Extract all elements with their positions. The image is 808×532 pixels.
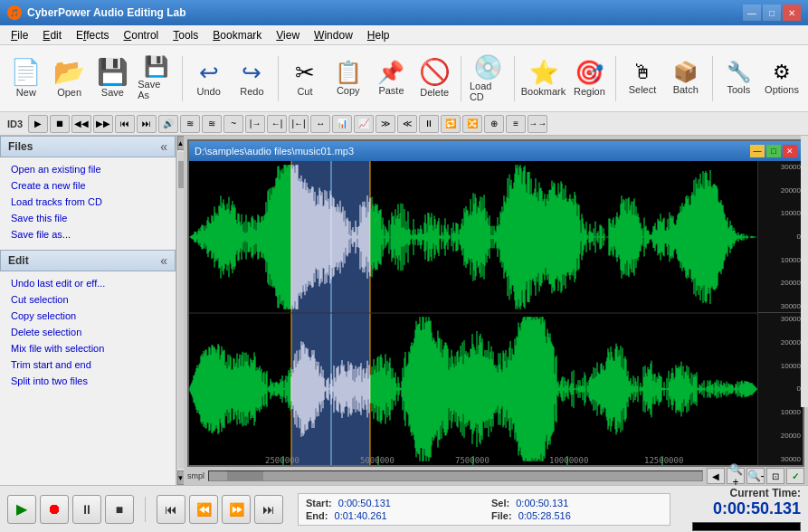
- menu-effects[interactable]: Effects: [69, 27, 116, 43]
- id3-btn-3[interactable]: ◀◀: [71, 115, 91, 133]
- cut-button[interactable]: ✂ Cut: [284, 48, 326, 109]
- redo-button[interactable]: ↪ Redo: [232, 48, 273, 109]
- id3-btn-7[interactable]: 🔊: [158, 115, 178, 133]
- cut-selection-item[interactable]: Cut selection: [0, 291, 176, 308]
- undo-item[interactable]: Undo last edit or eff...: [0, 275, 176, 291]
- batch-button[interactable]: 📦 Batch: [665, 48, 707, 109]
- edit-header[interactable]: Edit «: [0, 250, 176, 271]
- menu-file[interactable]: File: [4, 27, 35, 43]
- zoom-out-btn[interactable]: 🔍-: [746, 468, 765, 484]
- files-header[interactable]: Files «: [0, 136, 176, 157]
- copy-icon: 📋: [335, 62, 362, 83]
- prev-button[interactable]: ⏮: [157, 495, 185, 524]
- id3-btn-10[interactable]: ~: [223, 115, 243, 133]
- load-cd-button[interactable]: 💿 Load CD: [467, 48, 509, 109]
- id3-btn-14[interactable]: ↔: [310, 115, 330, 133]
- undo-button[interactable]: ↩ Undo: [188, 48, 230, 109]
- id3-btn-6[interactable]: ⏭: [137, 115, 157, 133]
- copy-button[interactable]: 📋 Copy: [328, 48, 369, 109]
- next-button[interactable]: ⏭: [254, 495, 283, 524]
- scroll-thumb[interactable]: [178, 161, 184, 188]
- id3-btn-8[interactable]: ≋: [180, 115, 200, 133]
- id3-btn-1[interactable]: ▶: [28, 115, 48, 133]
- pause-button[interactable]: ⏸: [72, 495, 101, 524]
- rwd-button[interactable]: ⏪: [189, 495, 218, 524]
- waveform-titlebar: D:\samples\audio files\music01.mp3 — □ ✕: [189, 141, 803, 161]
- maximize-button[interactable]: □: [763, 5, 781, 21]
- id3-btn-13[interactable]: |←|: [289, 115, 309, 133]
- zoom-fit-btn[interactable]: ⊡: [766, 468, 784, 484]
- id3-btn-11[interactable]: |→: [245, 115, 265, 133]
- region-label: Region: [574, 86, 605, 97]
- id3-btn-21[interactable]: 🔀: [462, 115, 482, 133]
- scrollbar-thumb[interactable]: [227, 471, 263, 480]
- save-file-item[interactable]: Save this file: [0, 210, 176, 226]
- zoom-in-btn[interactable]: 🔍+: [727, 468, 745, 484]
- menu-bookmark[interactable]: Bookmark: [205, 27, 269, 43]
- id3-btn-9[interactable]: ≋: [202, 115, 222, 133]
- options-button[interactable]: ⚙ Options: [761, 48, 803, 109]
- trim-item[interactable]: Trim start and end: [0, 356, 176, 373]
- id3-btn-16[interactable]: 📈: [354, 115, 374, 133]
- id3-btn-4[interactable]: ▶▶: [93, 115, 113, 133]
- id3-btn-20[interactable]: 🔁: [441, 115, 461, 133]
- waveform-minimize[interactable]: —: [750, 145, 765, 157]
- save-as-button[interactable]: 💾 Save As: [135, 48, 176, 109]
- options-label: Options: [765, 84, 799, 95]
- split-item[interactable]: Split into two files: [0, 373, 176, 389]
- region-button[interactable]: 🎯 Region: [569, 48, 611, 109]
- menu-view[interactable]: View: [269, 27, 307, 43]
- id3-btn-12[interactable]: ←|: [267, 115, 287, 133]
- stop-button[interactable]: ■: [105, 495, 134, 524]
- menu-edit[interactable]: Edit: [35, 27, 69, 43]
- edit-section: Edit « Undo last edit or eff... Cut sele…: [0, 250, 176, 393]
- open-existing-item[interactable]: Open an existing file: [0, 161, 176, 177]
- id3-label: ID3: [4, 119, 26, 129]
- delete-selection-item[interactable]: Delete selection: [0, 324, 176, 340]
- mix-file-item[interactable]: Mix file with selection: [0, 340, 176, 356]
- toolbar: 📄 New 📂 Open 💾 Save 💾 Save As ↩ Undo ↪ R…: [0, 45, 808, 112]
- id3-btn-15[interactable]: 📊: [332, 115, 352, 133]
- play-button[interactable]: ▶: [7, 495, 36, 524]
- delete-button[interactable]: 🚫 Delete: [414, 48, 455, 109]
- open-icon: 📂: [53, 60, 85, 85]
- id3-btn-18[interactable]: ≪: [397, 115, 417, 133]
- main-content: Files « Open an existing file Create a n…: [0, 136, 808, 485]
- waveform-maximize[interactable]: □: [766, 145, 781, 157]
- check-btn[interactable]: ✓: [786, 468, 804, 484]
- close-button[interactable]: ✕: [783, 5, 801, 21]
- current-time-value: 0:00:50.131: [713, 499, 801, 518]
- save-file-as-item[interactable]: Save file as...: [0, 226, 176, 242]
- tools-button[interactable]: 🔧 Tools: [718, 48, 759, 109]
- save-button[interactable]: 💾 Save: [91, 48, 133, 109]
- id3-btn-17[interactable]: ≫: [375, 115, 395, 133]
- create-new-item[interactable]: Create a new file: [0, 177, 176, 194]
- waveform-close[interactable]: ✕: [783, 145, 797, 157]
- menu-window[interactable]: Window: [307, 27, 360, 43]
- id3-btn-2[interactable]: ⏹: [50, 115, 70, 133]
- menu-control[interactable]: Control: [117, 27, 166, 43]
- copy-selection-item[interactable]: Copy selection: [0, 308, 176, 324]
- menu-tools[interactable]: Tools: [166, 27, 205, 43]
- open-button[interactable]: 📂 Open: [49, 48, 90, 109]
- id3-btn-5[interactable]: ⏮: [115, 115, 135, 133]
- scroll-left-btn[interactable]: ◀: [707, 468, 725, 484]
- id3-btn-23[interactable]: ≡: [506, 115, 526, 133]
- minimize-button[interactable]: —: [743, 5, 761, 21]
- record-button[interactable]: ⏺: [40, 495, 69, 524]
- id3-btn-24[interactable]: →→: [528, 115, 547, 133]
- waveform-scrollbar[interactable]: [208, 470, 703, 481]
- status-info: Start: 0:00:50.131 Sel: 0:00:50.131 End:…: [298, 493, 670, 526]
- menu-help[interactable]: Help: [360, 27, 397, 43]
- copy-label: Copy: [337, 85, 360, 96]
- load-tracks-item[interactable]: Load tracks from CD: [0, 194, 176, 210]
- waveform-canvas[interactable]: [189, 161, 757, 465]
- select-button[interactable]: 🖱 Select: [622, 48, 663, 109]
- bookmark-button[interactable]: ⭐ Bookmark: [520, 48, 567, 109]
- id3-btn-22[interactable]: ⊕: [484, 115, 504, 133]
- id3-btn-19[interactable]: ⏸: [419, 115, 439, 133]
- fwd-button[interactable]: ⏩: [222, 495, 251, 524]
- new-button[interactable]: 📄 New: [5, 48, 47, 109]
- paste-button[interactable]: 📌 Paste: [371, 48, 413, 109]
- left-panel-scrollbar[interactable]: ▲ ▼: [176, 136, 184, 485]
